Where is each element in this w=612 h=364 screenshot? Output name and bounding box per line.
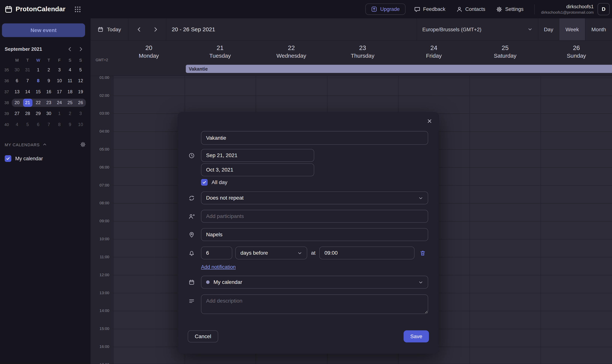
mini-cal-weekday: F <box>54 58 65 62</box>
location-input[interactable] <box>201 228 428 241</box>
cancel-button[interactable]: Cancel <box>188 330 218 342</box>
my-calendars-label: MY CALENDARS <box>5 142 40 147</box>
mini-cal-day[interactable]: 31 <box>22 67 33 72</box>
day-header-wednesday[interactable]: 22Wednesday <box>256 41 327 63</box>
mini-cal-day[interactable]: 17 <box>54 89 65 94</box>
grid-column-sunday[interactable] <box>541 76 612 364</box>
mini-cal-day[interactable]: 26 <box>75 99 86 107</box>
mini-cal-day[interactable]: 7 <box>22 78 33 83</box>
trash-icon[interactable] <box>417 247 428 258</box>
mini-cal-day[interactable]: 29 <box>33 111 44 116</box>
notification-count-input[interactable] <box>201 247 232 259</box>
mini-cal-day[interactable]: 5 <box>22 122 33 127</box>
mini-cal-day[interactable]: 9 <box>65 122 75 127</box>
upgrade-button[interactable]: Upgrade <box>365 4 405 15</box>
date-range-label: 20 - 26 Sep 2021 <box>166 18 221 40</box>
mini-cal-day[interactable]: 1 <box>54 111 65 116</box>
calendar-list-item[interactable]: My calendar <box>5 155 86 162</box>
allday-checkbox[interactable] <box>201 179 208 186</box>
mini-cal-day[interactable]: 9 <box>43 78 54 83</box>
mini-cal-day[interactable]: 23 <box>43 99 54 107</box>
mini-cal-day[interactable]: 1 <box>33 67 44 72</box>
mini-cal-day[interactable]: 2 <box>43 67 54 72</box>
mini-cal-day[interactable]: 30 <box>43 111 54 116</box>
save-button[interactable]: Save <box>404 330 429 342</box>
day-header-friday[interactable]: 24Friday <box>398 41 469 63</box>
event-title-input[interactable] <box>201 131 428 145</box>
view-tab-day[interactable]: Day <box>538 18 559 40</box>
mini-cal-day[interactable]: 13 <box>12 89 22 94</box>
day-header-saturday[interactable]: 25Saturday <box>470 41 541 63</box>
start-date-input[interactable] <box>201 149 314 162</box>
contacts-button[interactable]: Contacts <box>456 6 485 12</box>
repeat-select[interactable]: Does not repeat <box>201 192 428 205</box>
mini-cal-day[interactable]: 4 <box>65 67 75 72</box>
my-calendars-header[interactable]: MY CALENDARS <box>0 142 91 147</box>
mini-cal-day[interactable]: 3 <box>75 111 86 116</box>
day-header-tuesday[interactable]: 21Tuesday <box>184 41 256 63</box>
mini-cal-day[interactable]: 3 <box>54 67 65 72</box>
close-icon[interactable] <box>424 116 434 126</box>
prev-week-icon[interactable] <box>133 23 145 35</box>
grid-column-monday[interactable] <box>113 76 184 364</box>
avatar[interactable]: D <box>598 3 610 15</box>
view-tab-month[interactable]: Month <box>585 18 612 40</box>
next-month-icon[interactable] <box>78 46 84 52</box>
notification-unit-select[interactable]: days before <box>235 247 307 259</box>
new-event-button[interactable]: New event <box>2 23 85 37</box>
view-tab-week[interactable]: Week <box>559 18 585 40</box>
mini-cal-day[interactable]: 19 <box>75 89 86 94</box>
mini-cal-day[interactable]: 24 <box>54 99 65 107</box>
hour-line <box>113 78 612 78</box>
day-name: Tuesday <box>209 52 231 59</box>
grid-column-saturday[interactable] <box>470 76 541 364</box>
mini-cal-day[interactable]: 15 <box>33 89 44 94</box>
calendar-settings-gear-icon[interactable] <box>80 142 86 147</box>
mini-cal-day[interactable]: 22 <box>33 99 44 107</box>
mini-cal-day[interactable]: 6 <box>33 122 44 127</box>
next-week-icon[interactable] <box>149 23 161 35</box>
mini-cal-day[interactable]: 10 <box>75 122 86 127</box>
mini-cal-day[interactable]: 8 <box>54 122 65 127</box>
mini-cal-day[interactable]: 5 <box>75 67 86 72</box>
mini-cal-day[interactable]: 12 <box>75 78 86 83</box>
day-header-sunday[interactable]: 26Sunday <box>541 41 612 63</box>
mini-cal-day[interactable]: 18 <box>65 89 75 94</box>
mini-cal-day[interactable]: 6 <box>12 78 22 83</box>
description-textarea[interactable] <box>201 295 428 314</box>
mini-cal-day[interactable]: 25 <box>65 99 75 107</box>
participants-input[interactable] <box>201 210 428 223</box>
settings-button[interactable]: Settings <box>496 6 524 12</box>
mini-cal-day[interactable]: 21 <box>22 99 33 107</box>
mini-cal-day[interactable]: 27 <box>12 111 22 116</box>
calendar-select[interactable]: My calendar <box>201 276 428 289</box>
hour-label: 06:00 <box>99 165 109 170</box>
timezone-select[interactable]: Europe/Brussels (GMT+2) <box>416 18 538 40</box>
end-date-input[interactable] <box>201 163 314 176</box>
day-header-monday[interactable]: 20Monday <box>113 41 184 63</box>
notification-time-input[interactable] <box>319 247 414 259</box>
calendar-checkbox[interactable] <box>5 155 11 162</box>
mini-cal-day[interactable]: 28 <box>22 111 33 116</box>
today-button[interactable]: Today <box>91 18 128 40</box>
add-notification-link[interactable]: Add notification <box>201 264 236 270</box>
mini-cal-day[interactable]: 30 <box>12 67 22 72</box>
mini-cal-day[interactable]: 10 <box>54 78 65 83</box>
feedback-button[interactable]: Feedback <box>414 6 445 12</box>
mini-cal-day[interactable]: 4 <box>12 122 22 127</box>
mini-cal-day[interactable]: 7 <box>43 122 54 127</box>
mini-cal-week-row: 35303112345 <box>1 65 86 75</box>
mini-cal-day[interactable]: 8 <box>33 78 44 83</box>
day-header-thursday[interactable]: 23Thursday <box>327 41 398 63</box>
mini-cal-day[interactable]: 20 <box>12 99 22 107</box>
mini-cal-day[interactable]: 16 <box>43 89 54 94</box>
prev-month-icon[interactable] <box>67 46 73 52</box>
mini-cal-weekday: T <box>22 58 33 62</box>
app-logo[interactable]: ProtonCalendar <box>0 5 66 13</box>
app-grid-icon[interactable] <box>74 6 81 13</box>
mini-cal-day[interactable]: 2 <box>65 111 75 116</box>
mini-cal-day[interactable]: 11 <box>65 78 75 83</box>
description-row <box>178 295 439 314</box>
allday-event-vakantie[interactable]: Vakantie <box>186 65 612 73</box>
mini-cal-day[interactable]: 14 <box>22 89 33 94</box>
